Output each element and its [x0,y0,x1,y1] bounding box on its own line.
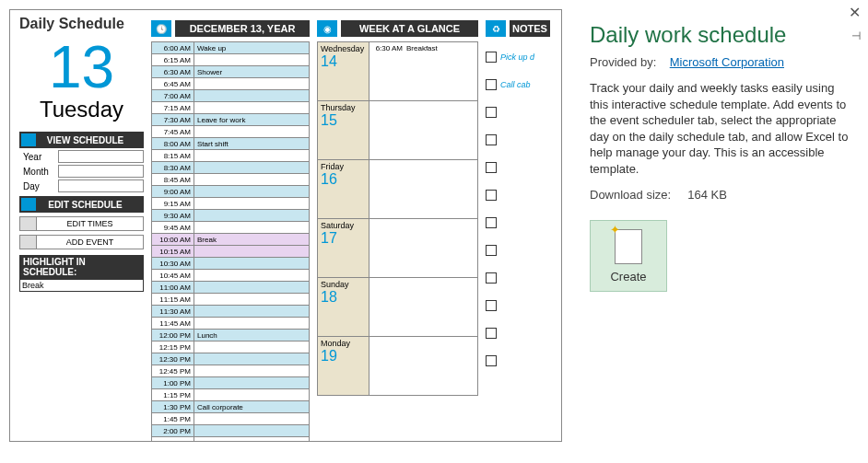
note-checkbox [486,355,497,366]
schedule-row: 7:30 AMLeave for work [152,113,309,125]
month-row: Month [19,165,144,178]
schedule-task [194,389,309,400]
schedule-row: 1:45 PM [152,412,309,424]
edit-times-label: EDIT TIMES [37,219,143,228]
schedule-task [194,162,309,173]
schedule-time: 11:30 AM [152,306,194,317]
schedule-task [194,102,309,113]
clock-icon [20,217,37,230]
schedule-task [194,413,309,424]
schedule-table: 6:00 AMWake up6:15 AM6:30 AMShower6:45 A… [151,41,310,442]
schedule-task [194,377,309,388]
note-checkbox [486,245,497,256]
date-number: 13 [19,38,144,97]
schedule-time: 12:30 PM [152,353,194,365]
week-day-label-box: Saturday17 [318,219,369,277]
note-row [486,237,550,264]
schedule-task [194,126,309,137]
schedule-task: Wake up [194,42,309,53]
note-text: Call cab [500,80,531,89]
note-checkbox [486,272,497,284]
schedule-row: 8:00 AMStart shift [152,137,309,149]
schedule-task [194,365,309,376]
preview-week-column: ◉ WEEK AT A GLANCE Wednesday146:30 AMBre… [317,16,478,435]
week-day-number: 14 [321,53,366,70]
note-checkbox [486,79,497,90]
schedule-row: 11:00 AM [152,281,309,293]
schedule-time: 1:00 PM [152,377,194,388]
week-day-events [369,278,477,336]
edit-icon [21,198,36,211]
week-day-events [369,337,477,395]
schedule-row: 1:15 PM [152,388,309,400]
schedule-time: 11:45 AM [152,318,194,329]
schedule-row: 11:45 AM [152,317,309,329]
schedule-time: 9:00 AM [152,186,194,197]
preview-left-column: Daily Schedule 13 Tuesday VIEW SCHEDULE … [19,16,144,435]
schedule-task [194,425,309,436]
schedule-time: 2:15 PM [152,437,194,442]
note-row [486,292,550,319]
week-day-number: 16 [321,171,366,188]
create-button[interactable]: Create [590,220,667,292]
week-day-name: Saturday [321,221,366,230]
schedule-row: 10:45 AM [152,269,309,281]
schedule-time: 6:15 AM [152,54,194,65]
schedule-time: 8:45 AM [152,174,194,185]
schedule-time: 10:45 AM [152,270,194,281]
schedule-row: 12:00 PMLunch [152,329,309,341]
schedule-time: 6:45 AM [152,78,194,89]
label-month: Month [19,167,58,177]
schedule-row: 8:30 AM [152,161,309,173]
schedule-task [194,246,309,257]
download-size-row: Download size: 164 KB [590,188,850,202]
week-body: Wednesday146:30 AMBreakfastThursday15Fri… [317,41,478,396]
schedule-time: 1:45 PM [152,413,194,424]
schedule-row: 10:15 AM [152,245,309,257]
schedule-row: 7:45 AM [152,125,309,137]
schedule-time: 12:45 PM [152,365,194,376]
week-day-label-box: Monday19 [318,337,369,395]
schedule-row: 9:45 AM [152,221,309,233]
template-info-pane: ✕ ⊣ Daily work schedule Provided by: Mic… [571,0,868,463]
day-row: Day [19,179,144,192]
edit-times-button-preview: EDIT TIMES [19,216,144,231]
week-day-item: Sunday18 [318,277,477,336]
edit-schedule-bar: EDIT SCHEDULE [19,196,144,213]
note-row [486,209,550,237]
schedule-time: 11:00 AM [152,282,194,293]
daily-schedule-title: Daily Schedule [19,16,144,32]
close-button[interactable]: ✕ [849,4,861,21]
note-checkbox [486,107,497,118]
week-day-number: 15 [321,112,366,129]
schedule-time: 6:00 AM [152,42,194,53]
schedule-row: 1:00 PM [152,376,309,388]
note-row [486,98,550,126]
schedule-row: 6:15 AM [152,53,309,65]
schedule-row: 12:30 PM [152,353,309,365]
schedule-time: 10:00 AM [152,234,194,245]
week-day-number: 18 [321,289,366,306]
provided-by-link[interactable]: Microsoft Corporation [670,55,784,69]
note-row [486,264,550,292]
note-checkbox [486,300,497,311]
download-size-label: Download size: [590,188,671,202]
note-checkbox [486,162,497,173]
schedule-task [194,437,309,442]
note-text: Pick up d [500,52,534,62]
highlight-bar: HIGHLIGHT IN SCHEDULE: [19,255,144,279]
schedule-row: 11:30 AM [152,305,309,317]
schedule-time: 9:15 AM [152,198,194,209]
schedule-row: 6:45 AM [152,77,309,89]
schedule-task [194,186,309,197]
schedule-time: 12:15 PM [152,341,194,353]
pin-button[interactable]: ⊣ [851,29,861,42]
note-checkbox [486,52,497,63]
note-row [486,347,550,375]
template-preview-image: Daily Schedule 13 Tuesday VIEW SCHEDULE … [9,9,562,442]
schedule-time: 7:30 AM [152,114,194,125]
schedule-time: 1:30 PM [152,401,194,412]
schedule-time: 10:15 AM [152,246,194,257]
schedule-task [194,341,309,353]
label-year: Year [19,152,58,162]
